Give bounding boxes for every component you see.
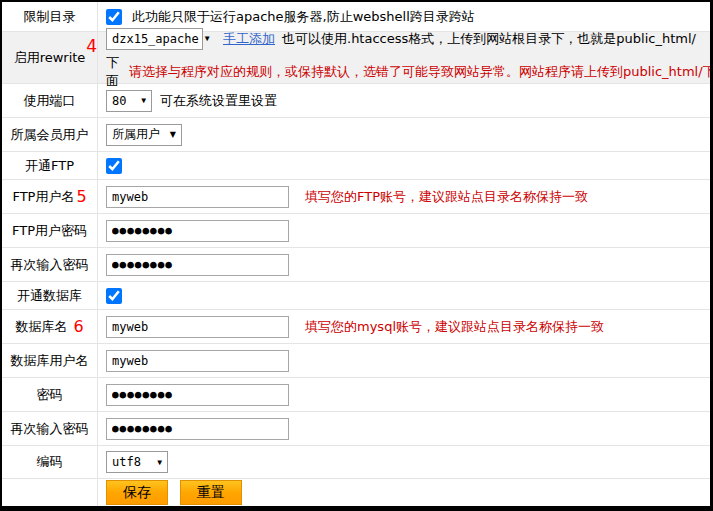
ftp-enable-checkbox[interactable]: [106, 158, 122, 174]
db-name-hint: 填写您的mysql账号，建议跟站点目录名称保持一致: [305, 318, 604, 336]
ftp-username-label-cell: FTP用户名 5: [2, 180, 98, 213]
row-encoding: 编码 utf8 ▼: [2, 446, 710, 479]
row-db-username: 数据库用户名: [2, 344, 710, 378]
ftp-username-input[interactable]: [106, 186, 289, 208]
chevron-down-icon: ▼: [135, 96, 146, 105]
save-button[interactable]: 保存: [106, 480, 168, 505]
port-label: 使用端口: [2, 84, 98, 117]
port-select[interactable]: 80 ▼: [106, 90, 152, 112]
ftp-username-hint: 填写您的FTP账号，建议跟站点目录名称保持一致: [305, 188, 588, 206]
ftp-username-label: FTP用户名: [12, 188, 74, 206]
encoding-select[interactable]: utf8 ▼: [106, 451, 168, 473]
step-marker-5: 5: [76, 189, 86, 205]
chevron-down-icon: ▼: [164, 130, 176, 139]
db-enable-checkbox[interactable]: [106, 288, 122, 304]
row-db-password-confirm: 再次输入密码: [2, 412, 710, 446]
restrict-dir-note: 此功能只限于运行apache服务器,防止webshell跨目录跨站: [132, 8, 475, 26]
chevron-down-icon: ▼: [199, 34, 210, 43]
db-name-input[interactable]: [106, 316, 289, 338]
row-db-password: 密码: [2, 378, 710, 412]
row-ftp-password-confirm: 再次输入密码: [2, 248, 710, 282]
ftp-password-confirm-label: 再次输入密码: [2, 248, 98, 281]
port-note: 可在系统设置里设置: [160, 92, 277, 110]
rewrite-note: 也可以使用.htaccess格式，上传到网站根目录下，也就是public_htm…: [282, 30, 696, 48]
db-password-input[interactable]: [106, 384, 289, 406]
db-name-label: 数据库名: [15, 318, 67, 336]
ftp-password-input[interactable]: [106, 220, 289, 242]
encoding-label: 编码: [2, 446, 98, 478]
ftp-enable-label: 开通FTP: [2, 152, 98, 179]
db-name-label-cell: 数据库名 6: [2, 310, 98, 343]
chevron-down-icon: ▼: [151, 458, 162, 467]
row-ftp-username: FTP用户名 5 填写您的FTP账号，建议跟站点目录名称保持一致: [2, 180, 710, 214]
ftp-password-label: FTP用户密码: [2, 214, 98, 247]
db-password-confirm-input[interactable]: [106, 418, 289, 440]
db-username-input[interactable]: [106, 350, 289, 372]
row-ftp-password: FTP用户密码: [2, 214, 710, 248]
row-rewrite: 启用rewrite 4 dzx15_apache ▼ 手工添加 也可以使用.ht…: [2, 32, 710, 84]
rewrite-warning: 请选择与程序对应的规则，或保持默认，选错了可能导致网站异常。网站程序请上传到pu…: [129, 63, 713, 81]
rewrite-label: 启用rewrite: [14, 49, 86, 67]
step-marker-4: 4: [86, 38, 97, 55]
member-user-select[interactable]: 所属用户 ▼: [106, 124, 182, 146]
db-username-label: 数据库用户名: [2, 344, 98, 377]
db-password-confirm-label: 再次输入密码: [2, 412, 98, 445]
restrict-dir-checkbox[interactable]: [106, 9, 122, 25]
actions-label-cell: [2, 479, 98, 506]
reset-button[interactable]: 重置: [180, 480, 242, 505]
row-actions: 保存 重置: [2, 479, 710, 506]
row-member-user: 所属会员用户 所属用户 ▼: [2, 118, 710, 152]
step-marker-6: 6: [73, 319, 83, 335]
row-db-enable: 开通数据库: [2, 282, 710, 310]
manual-add-link[interactable]: 手工添加: [223, 30, 275, 48]
rewrite-rule-select[interactable]: dzx15_apache ▼: [106, 28, 203, 50]
db-password-label: 密码: [2, 378, 98, 411]
row-ftp-enable: 开通FTP: [2, 152, 710, 180]
row-port: 使用端口 80 ▼ 可在系统设置里设置: [2, 84, 710, 118]
db-enable-label: 开通数据库: [2, 282, 98, 309]
rewrite-label-cell: 启用rewrite 4: [2, 32, 98, 83]
ftp-password-confirm-input[interactable]: [106, 254, 289, 276]
restrict-dir-label: 限制目录: [2, 2, 98, 31]
row-db-name: 数据库名 6 填写您的mysql账号，建议跟站点目录名称保持一致: [2, 310, 710, 344]
member-user-label: 所属会员用户: [2, 118, 98, 151]
vhost-settings-form: 限制目录 此功能只限于运行apache服务器,防止webshell跨目录跨站 启…: [0, 0, 713, 511]
